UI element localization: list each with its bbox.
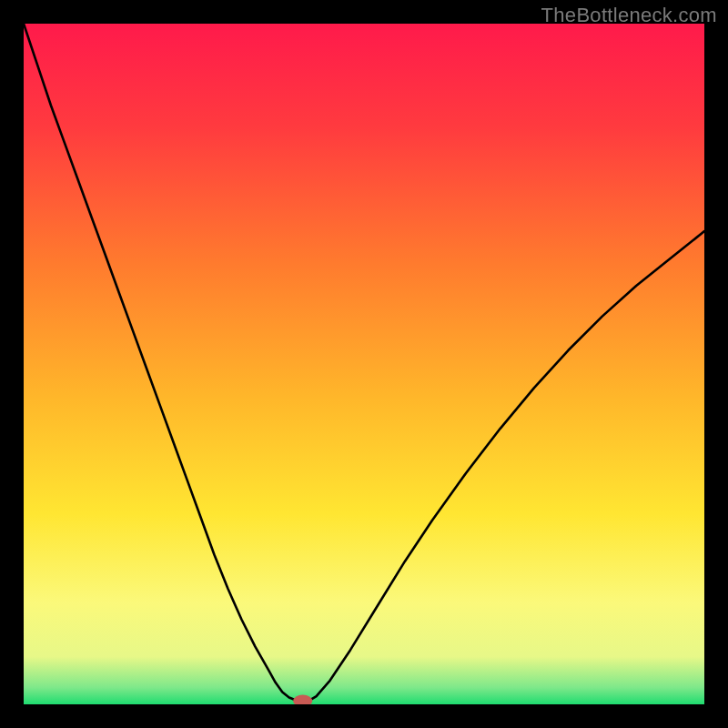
plot-area <box>24 24 704 704</box>
gradient-background <box>24 24 704 704</box>
chart-frame: TheBottleneck.com <box>0 0 728 728</box>
watermark-text: TheBottleneck.com <box>541 4 717 27</box>
chart-svg <box>24 24 704 704</box>
